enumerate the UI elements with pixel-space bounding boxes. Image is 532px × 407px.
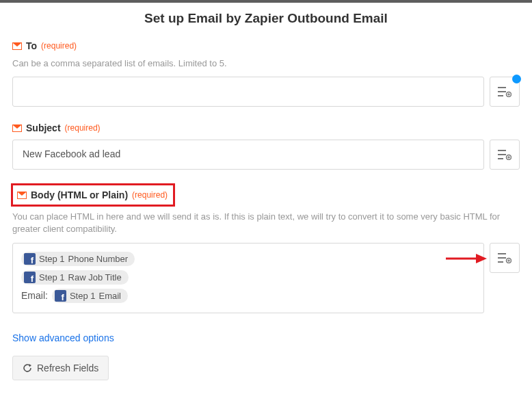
body-input[interactable]: Step 1 Phone Number Step 1 Raw Job Title… [12, 243, 484, 313]
field-body-required: (required) [132, 190, 168, 200]
body-line-1: Step 1 Phone Number [21, 250, 475, 267]
subject-insert-button[interactable] [490, 140, 520, 170]
svg-marker-20 [29, 364, 31, 367]
page-title: Set up Email by Zapier Outbound Email [0, 3, 532, 38]
body-line-2: Step 1 Raw Job Title [21, 269, 475, 286]
pill-value: Raw Job Title [68, 272, 122, 283]
refresh-label: Refresh Fields [37, 363, 98, 373]
notification-dot [512, 75, 521, 83]
refresh-icon [23, 363, 32, 373]
subject-input[interactable]: New Facebook ad lead [12, 140, 484, 170]
field-body-label-row: Body (HTML or Plain) (required) [11, 183, 175, 207]
pill-step: Step 1 [39, 254, 65, 264]
body-insert-button[interactable] [490, 243, 520, 273]
insert-data-icon [498, 149, 511, 160]
facebook-icon [24, 272, 36, 283]
field-subject-label: Subject [26, 122, 61, 133]
body-line-3: Email: Step 1 Email [21, 287, 475, 304]
field-subject-input-wrapper: New Facebook ad lead [12, 140, 520, 170]
to-input[interactable] [12, 77, 484, 107]
field-subject: Subject (required) New Facebook ad lead [12, 120, 520, 170]
insert-data-icon [498, 86, 511, 97]
field-to-required: (required) [41, 41, 77, 51]
pill-step: Step 1 [39, 272, 65, 283]
field-body-input-wrapper: Step 1 Phone Number Step 1 Raw Job Title… [12, 243, 520, 313]
pill-phone[interactable]: Step 1 Phone Number [21, 252, 135, 266]
show-advanced-link[interactable]: Show advanced options [12, 332, 114, 343]
pill-value: Email [99, 291, 122, 301]
field-to-help: Can be a comma separated list of emails.… [12, 57, 520, 70]
field-subject-required: (required) [65, 123, 101, 133]
pill-step: Step 1 [70, 291, 96, 301]
mail-icon [12, 124, 22, 132]
field-to-label: To [26, 40, 37, 51]
insert-data-icon [498, 252, 511, 263]
field-to-input-wrapper [12, 77, 520, 107]
email-prefix: Email: [21, 290, 48, 301]
facebook-icon [55, 290, 66, 302]
field-to: To (required) Can be a comma separated l… [12, 38, 520, 107]
field-subject-label-row: Subject (required) [12, 120, 520, 135]
field-body: Body (HTML or Plain) (required) You can … [12, 183, 520, 313]
facebook-icon [24, 253, 36, 265]
pill-value: Phone Number [68, 254, 128, 264]
to-insert-button[interactable] [490, 77, 520, 107]
pill-email[interactable]: Step 1 Email [52, 289, 128, 303]
field-to-label-row: To (required) [12, 38, 520, 53]
form-content: To (required) Can be a comma separated l… [0, 38, 532, 380]
pill-job[interactable]: Step 1 Raw Job Title [21, 270, 129, 285]
field-body-help: You can place HTML in here and we will s… [12, 211, 520, 235]
mail-icon [12, 42, 22, 50]
mail-icon [17, 192, 27, 199]
refresh-fields-button[interactable]: Refresh Fields [12, 356, 109, 380]
field-body-label: Body (HTML or Plain) [31, 189, 128, 200]
